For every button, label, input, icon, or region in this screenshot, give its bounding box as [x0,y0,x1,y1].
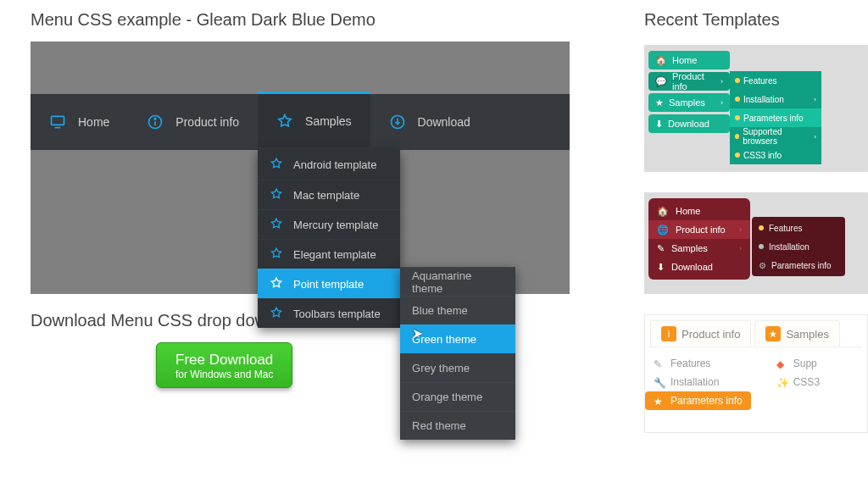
free-download-button[interactable]: Free Download for Windows and Mac [156,342,292,388]
orange-tabs-row: iProduct info ★Samples [650,320,862,347]
teal-sub-label: Parameters info [743,114,804,123]
teal-sub-item[interactable]: CSS3 info [730,146,821,164]
orange-list-item[interactable]: ◆Supp [776,354,820,373]
dropdown-item[interactable]: Point template [258,269,400,298]
star-icon [270,276,283,292]
svg-rect-0 [52,116,64,125]
download-icon: ⬇ [657,262,665,273]
dropdown-item[interactable]: Toolbars template [258,298,400,328]
submenu-item[interactable]: Orange theme [400,382,515,411]
chevron-right-icon: › [739,244,742,252]
maroon-sub-label: Parameters info [771,261,832,270]
submenu-item-label: Aquamarine theme [412,269,504,295]
orange-columns: ✎Features 🔧Installation ★Parameters info… [650,347,862,410]
maroon-sub-column: Features Installation ⚙Parameters info [752,217,845,276]
dropdown-item-label: Point template [293,278,364,291]
maroon-item-product-info[interactable]: 🌐Product info› [648,220,750,239]
pencil-icon: ✎ [657,243,665,254]
star-icon [270,187,283,203]
point-submenu: Aquamarine theme Blue theme Green theme … [400,267,515,440]
orange-list-item[interactable]: ★Parameters info [645,391,751,410]
teal-sub-label: Installation [743,95,784,104]
template-thumb-teal[interactable]: 🏠Home 💬Product info› ★Samples› ⬇Download… [644,45,868,172]
maroon-item-home[interactable]: 🏠Home [648,202,750,220]
star-icon [270,157,283,173]
orange-list-item[interactable]: 🔧Installation [654,373,751,391]
template-thumb-orange[interactable]: iProduct info ★Samples ✎Features 🔧Instal… [644,314,868,433]
chevron-right-icon: › [721,77,723,86]
maroon-sub-item[interactable]: Installation [752,237,845,256]
bullet-icon [759,225,764,230]
home-icon: 🏠 [655,55,667,66]
maroon-item-download[interactable]: ⬇Download [648,258,750,276]
teal-item-download[interactable]: ⬇Download [648,114,730,133]
submenu-item[interactable]: Red theme [400,411,515,440]
info-icon [147,114,164,130]
menu-item-label: Product info [175,115,239,129]
teal-sub-item[interactable]: Installation› [730,90,821,108]
orange-list-2: ◆Supp ✨CSS3 [776,354,820,410]
orange-list-item[interactable]: ✨CSS3 [776,373,820,391]
maroon-sub-item[interactable]: Features [752,219,845,237]
menu-item-product-info[interactable]: Product info [128,94,258,150]
submenu-item[interactable]: Aquamarine theme [400,267,515,296]
teal-item-home[interactable]: 🏠Home [648,51,730,69]
teal-item-label: Samples [669,97,705,108]
dropdown-item[interactable]: Android template [258,150,400,180]
menu-item-home[interactable]: Home [31,94,128,150]
chevron-right-icon: › [814,96,816,103]
chat-icon: 💬 [655,76,667,87]
dropdown-item[interactable]: Elegant template [258,239,400,269]
menu-item-download[interactable]: Download [370,94,489,150]
dropdown-item[interactable]: Mercury template [258,209,400,239]
maroon-item-samples[interactable]: ✎Samples› [648,239,750,258]
orange-tab-product-info[interactable]: iProduct info [650,320,751,347]
submenu-item-label: Blue theme [412,304,468,317]
bullet-icon [735,97,740,102]
dropdown-item-label: Elegant template [293,248,376,261]
submenu-item[interactable]: Green theme [400,324,515,353]
gear-icon: ⚙ [759,261,766,270]
teal-sub-item[interactable]: Features [730,71,821,90]
maroon-sub-label: Installation [769,242,810,252]
teal-primary-column: 🏠Home 💬Product info› ★Samples› ⬇Download [648,51,730,136]
monitor-icon [49,114,66,130]
orange-tab-samples[interactable]: ★Samples [754,320,840,347]
bullet-icon [759,244,764,249]
maroon-sub-label: Features [769,224,802,233]
maroon-item-label: Home [676,206,700,216]
dropdown-item-label: Mac template [293,189,359,202]
submenu-item[interactable]: Grey theme [400,353,515,382]
teal-item-samples[interactable]: ★Samples› [648,93,730,112]
template-thumb-maroon[interactable]: 🏠Home 🌐Product info› ✎Samples› ⬇Download… [644,192,868,294]
bullet-icon [735,134,739,139]
submenu-item-label: Orange theme [412,391,482,403]
teal-item-product-info[interactable]: 💬Product info› [648,72,730,91]
dropdown-item[interactable]: Mac template [258,180,400,209]
menu-preview-stage: Home Product info Samples Android templa… [31,42,570,294]
orange-list-item[interactable]: ✎Features [654,354,751,373]
tab-icon: i [661,326,676,341]
download-button-line1: Free Download [175,352,273,368]
submenu-item[interactable]: Blue theme [400,296,515,324]
orange-li-label: Installation [670,376,719,388]
wrench-icon: 🔧 [654,377,664,387]
menu-item-label: Samples [305,114,351,128]
home-icon: 🏠 [657,206,669,217]
teal-sub-item[interactable]: Supported browsers› [730,127,821,146]
star-icon [270,306,283,322]
chevron-right-icon: › [739,225,742,234]
menu-item-samples[interactable]: Samples Android template Mac template Me… [258,92,370,147]
teal-item-label: Product info [672,71,715,92]
maroon-sub-item[interactable]: ⚙Parameters info [752,256,845,274]
orange-li-label: Parameters info [670,395,743,407]
sparkle-icon: ✨ [776,377,787,387]
teal-sub-label: CSS3 info [743,151,782,160]
teal-sub-item[interactable]: Parameters info [730,108,821,127]
menu-item-label: Download [418,115,470,129]
samples-dropdown: Android template Mac template Mercury te… [258,150,400,328]
svg-point-4 [155,118,157,119]
orange-li-label: Features [670,358,710,369]
teal-sub-column: Features Installation› Parameters info S… [730,71,821,164]
teal-sub-label: Supported browsers [743,127,810,146]
